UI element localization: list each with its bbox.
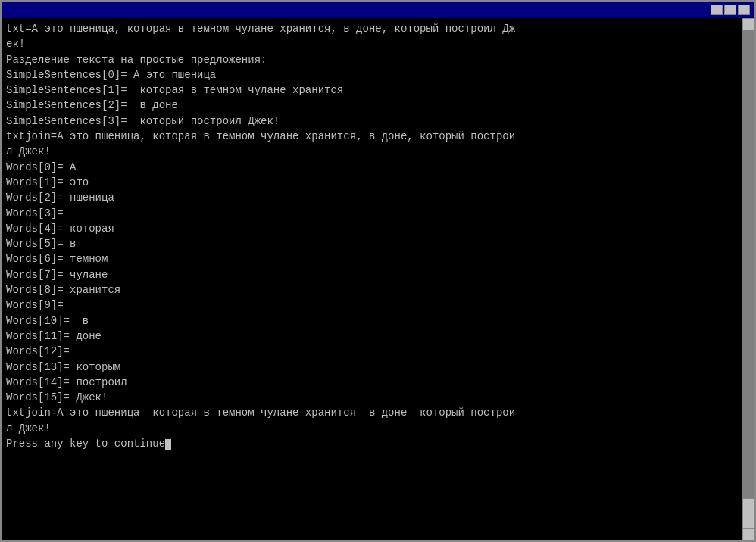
text-cursor (165, 439, 171, 450)
scroll-down-button[interactable]: ▼ (742, 528, 754, 540)
scrollbar-track[interactable] (742, 30, 754, 528)
maximize-button[interactable] (724, 5, 736, 15)
close-button[interactable] (738, 5, 750, 15)
scroll-up-button[interactable]: ▲ (742, 18, 754, 30)
scrollbar[interactable]: ▲ ▼ (742, 18, 754, 540)
console-area: txt=А это пшеница, которая в темном чула… (2, 18, 754, 540)
minimize-button[interactable] (711, 5, 723, 15)
console-window: txt=А это пшеница, которая в темном чула… (0, 0, 756, 542)
console-output: txt=А это пшеница, которая в темном чула… (2, 18, 742, 540)
scrollbar-thumb[interactable] (742, 498, 754, 528)
title-bar (2, 2, 754, 18)
window-controls (711, 5, 750, 15)
